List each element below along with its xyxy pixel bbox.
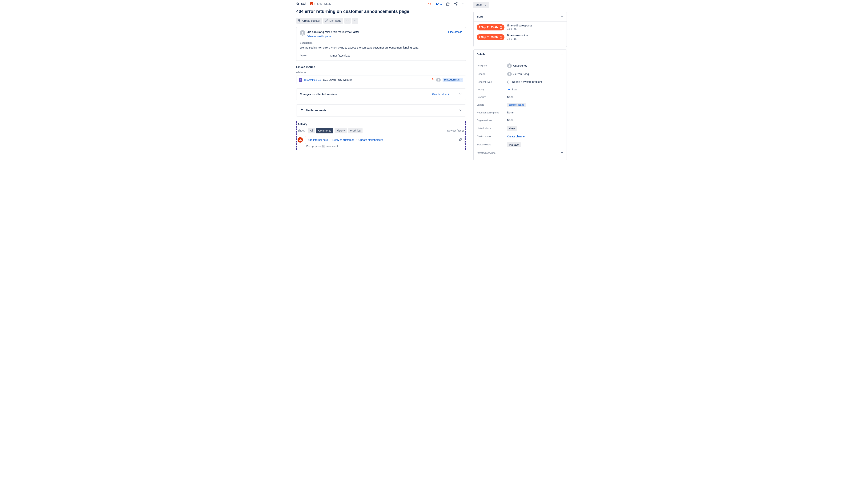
issue-key-link[interactable]: ITSAMPLE-20 xyxy=(310,2,331,6)
back-label: Back xyxy=(300,2,307,6)
clock-icon xyxy=(500,26,502,29)
link-issue-button[interactable]: Link issue xyxy=(323,18,343,24)
description-label: Description xyxy=(300,41,462,45)
announce-icon[interactable] xyxy=(427,2,431,6)
svg-point-22 xyxy=(509,73,510,74)
linked-issues-heading: Linked issues xyxy=(296,65,315,69)
changes-expand-button[interactable] xyxy=(459,92,462,97)
tab-comments[interactable]: Comments xyxy=(316,128,333,133)
details-heading: Details xyxy=(477,53,485,56)
status-label: Open xyxy=(476,3,483,7)
tab-history[interactable]: History xyxy=(335,128,347,133)
similar-more-button[interactable] xyxy=(451,108,455,113)
details-collapse-button[interactable] xyxy=(561,52,564,56)
attach-icon[interactable] xyxy=(459,138,462,142)
labels-label: Labels xyxy=(477,103,507,107)
sla-within: within 4h xyxy=(507,38,528,41)
reporter-name: Jie Yan Song xyxy=(308,30,324,34)
slas-collapse-button[interactable] xyxy=(561,15,564,19)
reporter-label: Reporter xyxy=(477,72,507,76)
hide-details-link[interactable]: Hide details xyxy=(448,30,462,34)
request-type-value[interactable]: Report a system problem xyxy=(507,80,542,84)
stakeholders-label: Stakeholders xyxy=(477,143,507,146)
request-type-label: Request Type xyxy=(477,80,507,84)
priority-label: Priority xyxy=(477,88,507,91)
assignee-value[interactable]: Unassigned xyxy=(507,63,527,68)
give-feedback-link[interactable]: Give feedback xyxy=(432,92,449,96)
svg-point-5 xyxy=(463,3,463,4)
link-issue-dropdown[interactable] xyxy=(344,18,351,24)
severity-value[interactable]: None xyxy=(507,95,513,99)
linked-issue-status[interactable]: IMPLEMENTING xyxy=(442,78,463,82)
svg-point-21 xyxy=(509,65,510,66)
svg-rect-8 xyxy=(299,20,299,21)
create-subtask-label: Create subtask xyxy=(302,19,320,22)
activity-show-label: Show: xyxy=(298,129,305,133)
linked-issue-key: ITSAMPLE-12 xyxy=(304,78,321,82)
activity-section: Activity Show: All Comments History Work… xyxy=(296,121,466,150)
labels-value[interactable]: sample-space xyxy=(507,103,526,107)
issue-type-icon xyxy=(310,2,313,5)
tab-worklog[interactable]: Work log xyxy=(348,128,363,133)
activity-sort-button[interactable]: Newest first xyxy=(447,129,464,133)
sla-badge: 7 Sep 11:23 AM xyxy=(477,24,504,30)
watchers-button[interactable]: 1 xyxy=(435,2,442,6)
chat-channel-label: Chat channel xyxy=(477,135,507,138)
sla-badge: 7 Sep 01:23 PM xyxy=(477,34,504,40)
reporter-value[interactable]: Jie Yan Song xyxy=(507,72,529,76)
more-actions-icon[interactable] xyxy=(462,2,466,6)
add-internal-note-link[interactable]: Add internal note xyxy=(308,138,328,142)
add-linked-issue-button[interactable] xyxy=(462,65,466,69)
create-subtask-button[interactable]: Create subtask xyxy=(296,18,322,24)
svg-point-2 xyxy=(456,2,458,3)
share-icon[interactable] xyxy=(454,2,458,6)
priority-value[interactable]: Low xyxy=(507,88,517,92)
toolbar-more-button[interactable] xyxy=(352,18,358,24)
view-in-portal-link[interactable]: View request in portal xyxy=(308,35,331,38)
assignee-label: Assignee xyxy=(477,64,507,67)
pro-tip-text: Pro tip: press M to comment xyxy=(307,145,464,148)
tab-all[interactable]: All xyxy=(308,128,315,133)
portal-channel: Portal xyxy=(351,30,359,34)
sla-label: Time to first response xyxy=(507,24,532,28)
person-icon xyxy=(507,72,512,76)
person-icon xyxy=(507,63,512,68)
request-raised-text: Jie Yan Song raised this request via Por… xyxy=(308,30,359,34)
organizations-value[interactable]: None xyxy=(507,118,513,122)
watch-count: 1 xyxy=(440,2,442,6)
linked-issue-assignee-avatar xyxy=(436,78,441,82)
similar-requests-title: Similar requests xyxy=(305,109,326,113)
svg-point-17 xyxy=(453,109,453,110)
linked-relationship: relates to xyxy=(296,71,466,74)
chevron-down-icon xyxy=(484,4,487,7)
back-button[interactable]: Back xyxy=(296,2,307,6)
sla-label: Time to resolution xyxy=(507,34,528,38)
stakeholders-manage-button[interactable]: Manage xyxy=(507,142,521,147)
like-icon[interactable] xyxy=(446,2,450,6)
status-dropdown[interactable]: Open xyxy=(473,2,489,8)
affected-services-collapse-button[interactable] xyxy=(561,151,564,155)
reply-to-customer-link[interactable]: Reply to customer xyxy=(333,138,354,142)
description-text: We are seeing 404 errors when trying to … xyxy=(300,46,462,50)
svg-point-12 xyxy=(356,21,356,21)
create-channel-link[interactable]: Create channel xyxy=(507,135,525,139)
participants-label: Request participants xyxy=(477,111,507,114)
comment-input[interactable]: Add internal note / Reply to customer / … xyxy=(305,136,464,144)
issue-key-text: ITSAMPLE-20 xyxy=(314,2,331,6)
sparkle-icon xyxy=(300,108,304,113)
organizations-label: Organizations xyxy=(477,119,507,122)
svg-point-15 xyxy=(438,79,439,80)
chevron-down-icon xyxy=(460,79,462,81)
svg-rect-14 xyxy=(300,80,301,80)
linked-alerts-view-button[interactable]: View xyxy=(507,126,517,131)
participants-value[interactable]: None xyxy=(507,111,513,115)
similar-expand-button[interactable] xyxy=(459,108,462,113)
sla-row: 7 Sep 01:23 PM Time to resolution within… xyxy=(477,34,564,41)
linked-issue-title: EC2 Down - US West fix xyxy=(323,78,352,82)
update-stakeholders-link[interactable]: Update stakeholders xyxy=(358,138,383,142)
clock-icon xyxy=(500,36,502,39)
arrow-left-icon xyxy=(296,2,299,5)
linked-issue-card[interactable]: ITSAMPLE-12 EC2 Down - US West fix IMPLE… xyxy=(296,76,466,84)
slas-heading: SLAs xyxy=(477,15,484,19)
current-user-avatar: LK xyxy=(298,137,303,143)
